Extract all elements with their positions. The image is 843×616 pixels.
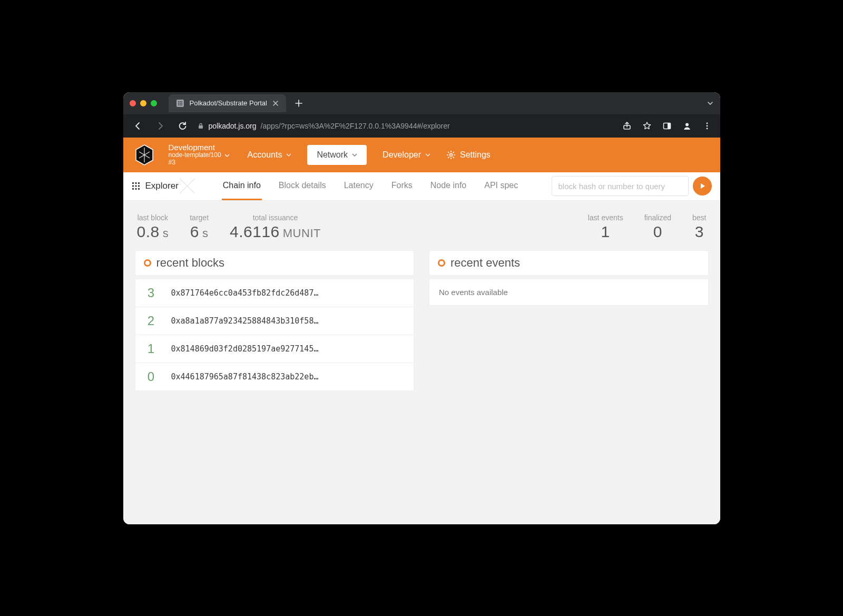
tab-label: Block details [279, 181, 326, 190]
chevron-down-icon [224, 153, 230, 158]
svg-point-5 [180, 103, 181, 104]
svg-rect-13 [668, 123, 671, 129]
stat-total-issuance: total issuance 4.6116MUNIT [230, 213, 321, 241]
block-number: 0 [144, 369, 159, 384]
stat-last-events: last events 1 [588, 213, 623, 241]
browser-tab[interactable]: Polkadot/Substrate Portal [169, 94, 286, 112]
recent-blocks-panel: recent blocks 3 0x871764e6cc0a453fb82fdc… [135, 250, 415, 391]
url-domain: polkadot.js.org [209, 122, 257, 130]
tab-node-info[interactable]: Node info [429, 172, 468, 200]
search-input[interactable] [552, 176, 689, 196]
svg-point-19 [450, 153, 453, 156]
window-controls [130, 100, 157, 106]
stat-value: 1 [601, 223, 610, 241]
browser-window: Polkadot/Substrate Portal polkadot.js.or… [123, 92, 720, 524]
stat-last-block: last block 0.8s [137, 213, 169, 241]
reload-button[interactable] [175, 119, 190, 133]
browser-tabbar: Polkadot/Substrate Portal [123, 92, 720, 114]
block-number: 3 [144, 286, 159, 300]
svg-point-7 [178, 104, 179, 105]
block-row[interactable]: 1 0x814869d03f2d0285197ae9277145… [135, 335, 415, 363]
panel-icon[interactable] [661, 120, 673, 132]
menu-settings[interactable]: Settings [446, 150, 491, 160]
tab-label: Forks [391, 181, 413, 190]
menu-accounts[interactable]: Accounts [248, 150, 292, 160]
kebab-menu-icon[interactable] [701, 120, 713, 132]
breadcrumb-label: Explorer [145, 181, 179, 191]
stat-unit: s [163, 227, 169, 240]
favicon-icon [176, 99, 184, 107]
stat-unit: MUNIT [283, 227, 321, 240]
block-search [552, 176, 712, 196]
tab-forks[interactable]: Forks [390, 172, 414, 200]
url-display[interactable]: polkadot.js.org/apps/?rpc=ws%3A%2F%2F127… [197, 122, 614, 130]
menu-label: Settings [460, 150, 491, 160]
breadcrumb[interactable]: Explorer [132, 181, 194, 191]
panel-title: recent events [450, 256, 520, 270]
browser-chrome: Polkadot/Substrate Portal polkadot.js.or… [123, 92, 720, 138]
stat-value: 3 [695, 223, 704, 241]
block-row[interactable]: 3 0x871764e6cc0a453fb82fdc26d487… [135, 279, 415, 307]
close-window-button[interactable] [130, 100, 136, 106]
forward-button[interactable] [153, 119, 168, 133]
new-tab-button[interactable] [291, 96, 306, 111]
stat-label: last events [588, 213, 623, 222]
main-menu: Accounts Network Developer Settings [248, 145, 491, 165]
menu-label: Network [317, 150, 348, 160]
stat-target: target 6s [190, 213, 209, 241]
svg-rect-24 [135, 185, 136, 187]
lock-icon [197, 122, 204, 130]
panels: recent blocks 3 0x871764e6cc0a453fb82fdc… [135, 250, 709, 391]
block-hash: 0x446187965a87f81438c823ab22eb… [171, 372, 319, 382]
panel-body: 3 0x871764e6cc0a453fb82fdc26d487… 2 0xa8… [135, 279, 415, 391]
stat-label: finalized [644, 213, 671, 222]
star-icon[interactable] [641, 120, 653, 132]
tab-label: Node info [430, 181, 467, 190]
share-icon[interactable] [621, 120, 633, 132]
close-tab-icon[interactable] [272, 100, 279, 106]
svg-rect-22 [138, 182, 140, 184]
tab-block-details[interactable]: Block details [278, 172, 327, 200]
recent-events-panel: recent events No events available [429, 250, 709, 391]
block-row[interactable]: 0 0x446187965a87f81438c823ab22eb… [135, 363, 415, 391]
svg-rect-26 [132, 188, 134, 190]
stat-value: 0 [653, 223, 662, 241]
profile-icon[interactable] [681, 120, 693, 132]
bullet-icon [144, 259, 151, 267]
svg-point-4 [178, 103, 179, 104]
tabs-chevron-down-icon[interactable] [707, 100, 714, 107]
app-header: Development node-template/100 #3 Account… [123, 138, 720, 172]
tab-chain-info[interactable]: Chain info [222, 172, 262, 200]
block-hash: 0x871764e6cc0a453fb82fdc26d487… [171, 288, 319, 298]
tab-api-spec[interactable]: API spec [483, 172, 519, 200]
stat-label: best [692, 213, 706, 222]
content-area: last block 0.8s target 6s total issuance… [123, 201, 720, 524]
svg-point-6 [181, 103, 182, 104]
gear-icon [446, 150, 456, 160]
panel-header: recent events [429, 250, 709, 276]
minimize-window-button[interactable] [140, 100, 146, 106]
grid-icon [132, 182, 140, 190]
svg-point-3 [181, 101, 182, 102]
block-number: 2 [144, 314, 159, 328]
svg-point-8 [180, 104, 181, 105]
menu-network[interactable]: Network [307, 145, 367, 165]
bullet-icon [438, 259, 445, 267]
sub-tabs: Chain info Block details Latency Forks N… [222, 172, 519, 200]
addressbar-right-icons [621, 120, 713, 132]
tab-latency[interactable]: Latency [343, 172, 375, 200]
chain-logo-icon[interactable] [133, 143, 156, 167]
maximize-window-button[interactable] [151, 100, 157, 106]
url-path: /apps/?rpc=ws%3A%2F%2F127.0.0.1%3A9944#/… [261, 122, 450, 130]
panel-body: No events available [429, 279, 709, 306]
search-go-button[interactable] [693, 177, 712, 195]
svg-rect-20 [132, 182, 134, 184]
svg-point-2 [180, 101, 181, 102]
chain-selector[interactable]: Development node-template/100 #3 [169, 143, 230, 167]
tab-title: Polkadot/Substrate Portal [190, 99, 267, 107]
block-row[interactable]: 2 0xa8a1a877a923425884843b310f58… [135, 307, 415, 335]
stat-best: best 3 [692, 213, 706, 241]
stat-value: 0.8 [137, 223, 160, 241]
menu-developer[interactable]: Developer [383, 150, 430, 160]
back-button[interactable] [131, 119, 145, 133]
